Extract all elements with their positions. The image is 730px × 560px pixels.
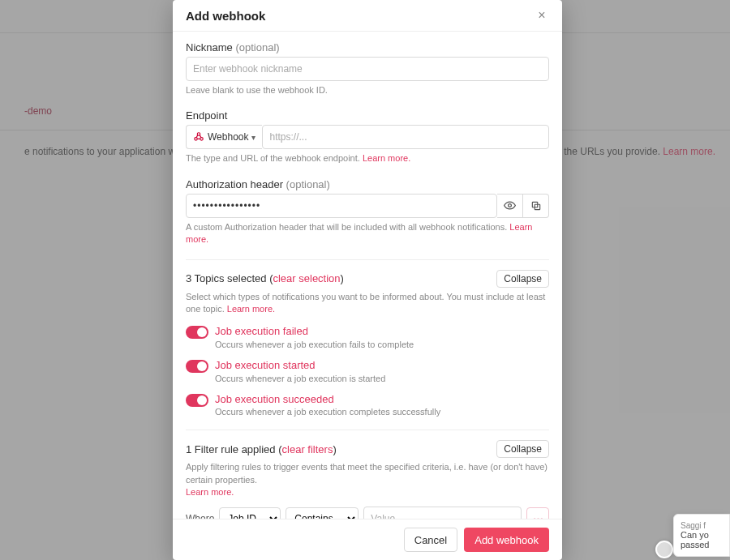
filters-count: 1 Filter rule applied (clear filters): [186, 443, 337, 455]
topics-help: Select which types of notifications you …: [186, 291, 549, 316]
ellipsis-icon: ⋯: [533, 513, 543, 519]
submit-button[interactable]: Add webhook: [464, 528, 549, 552]
filters-section: 1 Filter rule applied (clear filters) Co…: [186, 440, 549, 519]
cancel-button[interactable]: Cancel: [404, 528, 457, 552]
chat-line: passed: [681, 540, 723, 549]
copy-icon: [530, 200, 542, 212]
topic-toggle[interactable]: [186, 394, 208, 407]
topic-item: Job execution succeeded Occurs whenever …: [186, 393, 549, 417]
filter-value-input[interactable]: [363, 507, 522, 519]
topics-count: 3 Topics selected (clear selection): [186, 272, 344, 284]
endpoint-type-select[interactable]: Webhook ▾: [186, 125, 262, 149]
filters-help: Apply filtering rules to trigger events …: [186, 461, 549, 498]
nickname-input[interactable]: [186, 57, 549, 81]
clear-topics-link[interactable]: clear selection: [273, 272, 340, 284]
webhook-type-icon: [193, 131, 204, 143]
topics-learn-more-link[interactable]: Learn more.: [227, 304, 275, 314]
auth-section: Authorization header (optional): [186, 178, 549, 246]
svg-point-0: [195, 138, 198, 141]
clear-filters-link[interactable]: clear filters: [282, 443, 333, 455]
filter-more-button[interactable]: ⋯: [526, 507, 549, 519]
topic-desc: Occurs whenever a job execution complete…: [215, 407, 440, 417]
endpoint-url-input[interactable]: [262, 125, 549, 149]
nickname-section: Nickname (optional) Leave blank to use t…: [186, 41, 549, 96]
chat-avatar[interactable]: [655, 541, 673, 558]
where-label: Where: [186, 513, 214, 519]
topic-desc: Occurs whenever a job execution fails to…: [215, 340, 414, 349]
filter-operator-select[interactable]: Contains: [286, 507, 359, 519]
add-webhook-modal: Add webhook × Nickname (optional) Leave …: [173, 0, 562, 560]
modal-footer: Cancel Add webhook: [173, 519, 562, 560]
chat-widget[interactable]: Saggi f Can yo passed: [673, 514, 730, 557]
endpoint-help: The type and URL of the webhook endpoint…: [186, 152, 549, 165]
chat-line: Can yo: [681, 530, 723, 540]
topic-title[interactable]: Job execution started: [215, 359, 385, 372]
auth-input[interactable]: [186, 194, 497, 218]
modal-body: Nickname (optional) Leave blank to use t…: [173, 32, 562, 519]
filters-collapse-button[interactable]: Collapse: [496, 440, 549, 458]
filter-field-select[interactable]: Job ID: [219, 507, 281, 519]
topic-toggle[interactable]: [186, 360, 208, 373]
eye-icon: [504, 199, 516, 212]
svg-point-1: [200, 138, 204, 141]
topic-title[interactable]: Job execution failed: [215, 325, 414, 338]
filters-learn-more-link[interactable]: Learn more.: [186, 487, 234, 497]
copy-auth-button[interactable]: [523, 194, 549, 218]
topic-item: Job execution failed Occurs whenever a j…: [186, 325, 549, 349]
endpoint-section: Endpoint Webhook ▾ The type and URL of t…: [186, 109, 549, 165]
close-icon[interactable]: ×: [535, 8, 549, 23]
nickname-label: Nickname (optional): [186, 41, 549, 53]
auth-help: A custom Authorization header that will …: [186, 221, 549, 246]
divider: [186, 430, 549, 430]
topic-title[interactable]: Job execution succeeded: [215, 393, 440, 406]
topic-toggle[interactable]: [186, 326, 208, 339]
filter-rule-row: Where Job ID Contains ⋯: [186, 507, 549, 519]
modal-header: Add webhook ×: [173, 0, 562, 32]
divider: [186, 259, 549, 260]
topic-desc: Occurs whenever a job execution is start…: [215, 374, 385, 383]
auth-label: Authorization header (optional): [186, 178, 549, 190]
reveal-auth-button[interactable]: [497, 194, 523, 218]
endpoint-label: Endpoint: [186, 109, 549, 122]
topics-section: 3 Topics selected (clear selection) Coll…: [186, 270, 549, 417]
modal-title: Add webhook: [186, 9, 265, 23]
viewport: -demo e notifications to your applicatio…: [0, 0, 730, 560]
topics-collapse-button[interactable]: Collapse: [496, 270, 549, 288]
nickname-help: Leave blank to use the webhook ID.: [186, 84, 549, 96]
topic-item: Job execution started Occurs whenever a …: [186, 359, 549, 383]
endpoint-learn-more-link[interactable]: Learn more.: [363, 153, 410, 163]
chat-sender: Saggi f: [681, 521, 723, 530]
chevron-down-icon: ▾: [251, 133, 256, 142]
svg-point-3: [509, 204, 512, 207]
